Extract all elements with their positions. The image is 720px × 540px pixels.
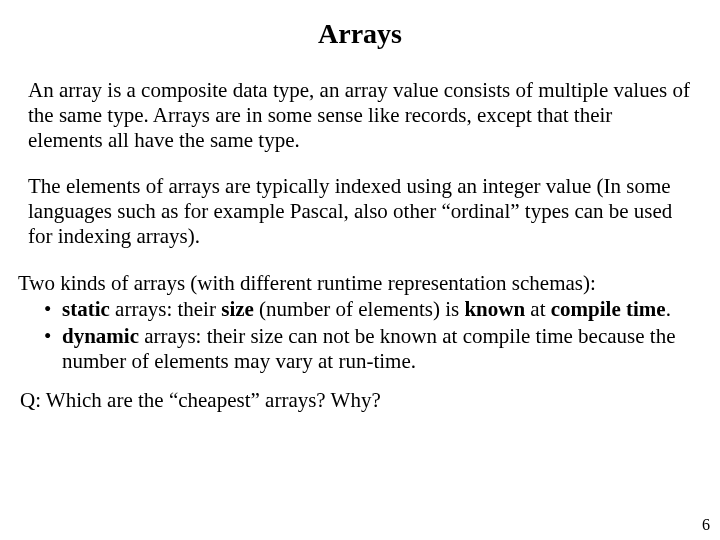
- paragraph-1: An array is a composite data type, an ar…: [28, 78, 692, 152]
- bullet-item-dynamic: dynamic arrays: their size can not be kn…: [62, 324, 692, 374]
- slide-body: An array is a composite data type, an ar…: [0, 78, 720, 412]
- paragraph-3-intro: Two kinds of arrays (with different runt…: [18, 271, 692, 296]
- slide-title: Arrays: [0, 0, 720, 78]
- bold-known: known: [464, 297, 525, 321]
- page-number: 6: [702, 516, 710, 534]
- bold-compile-time: compile time: [551, 297, 666, 321]
- bullet-list: static arrays: their size (number of ele…: [28, 297, 692, 373]
- bullet-item-static: static arrays: their size (number of ele…: [62, 297, 692, 322]
- question-line: Q: Which are the “cheapest” arrays? Why?: [20, 388, 692, 413]
- bold-dynamic: dynamic: [62, 324, 139, 348]
- bold-static: static: [62, 297, 110, 321]
- paragraph-2: The elements of arrays are typically ind…: [28, 174, 692, 248]
- slide: Arrays An array is a composite data type…: [0, 0, 720, 540]
- bold-size: size: [221, 297, 254, 321]
